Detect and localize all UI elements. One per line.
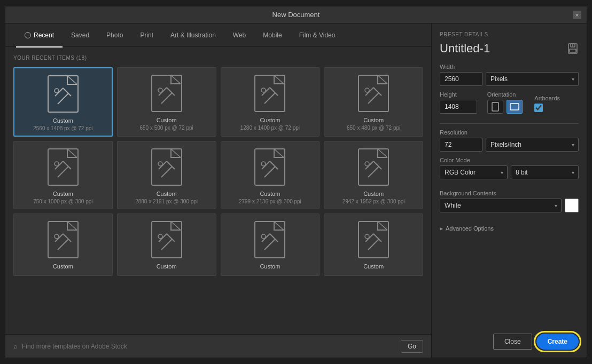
create-button[interactable]: Create xyxy=(536,334,579,350)
list-item[interactable]: Custom 2560 x 1408 px @ 72 ppi xyxy=(13,67,113,137)
divider xyxy=(440,123,579,124)
svg-point-49 xyxy=(158,234,162,239)
svg-line-46 xyxy=(159,234,167,242)
list-item[interactable]: Custom 2799 x 2136 px @ 300 ppi xyxy=(221,141,320,209)
doc-name: Custom xyxy=(260,263,280,270)
list-item[interactable]: Custom xyxy=(221,213,320,276)
bg-contents-select[interactable]: White Black Transparent Background Color xyxy=(440,199,562,212)
doc-name: Custom xyxy=(363,191,384,197)
tab-recent[interactable]: Recent xyxy=(16,27,63,43)
resolution-unit-select[interactable]: Pixels/Inch Pixels/Centimeter xyxy=(486,138,579,152)
bg-color-swatch[interactable] xyxy=(565,199,579,212)
svg-point-4 xyxy=(54,89,59,93)
document-icon xyxy=(47,75,79,113)
doc-size: 2942 x 1952 px @ 300 ppi xyxy=(342,199,405,204)
list-item[interactable]: Custom 650 x 500 px @ 72 ppi xyxy=(117,67,216,137)
svg-rect-64 xyxy=(492,102,498,111)
svg-line-36 xyxy=(365,161,373,169)
document-icon xyxy=(357,74,390,113)
svg-line-26 xyxy=(159,161,167,169)
doc-name: Custom xyxy=(363,263,384,270)
document-icon xyxy=(47,148,79,186)
document-icon xyxy=(254,220,286,259)
save-preset-icon[interactable] xyxy=(567,43,579,54)
svg-line-41 xyxy=(55,234,63,242)
doc-name: Custom xyxy=(157,117,177,123)
svg-rect-65 xyxy=(510,104,519,110)
list-item[interactable]: Custom 2888 x 2191 px @ 300 ppi xyxy=(117,141,216,209)
tab-saved[interactable]: Saved xyxy=(63,27,98,43)
list-item[interactable]: Custom 2942 x 1952 px @ 300 ppi xyxy=(324,141,423,209)
landscape-button[interactable] xyxy=(507,100,523,114)
tab-print[interactable]: Print xyxy=(131,27,162,43)
tab-bar: Recent Saved Photo Print Art & Illustrat… xyxy=(5,23,431,47)
search-input[interactable] xyxy=(22,343,396,350)
tab-mobile[interactable]: Mobile xyxy=(254,27,290,43)
tab-art[interactable]: Art & Illustration xyxy=(162,27,224,43)
color-depth-select[interactable]: 8 bit 16 bit 32 bit xyxy=(511,165,579,179)
list-item[interactable]: Custom 1280 x 1400 px @ 72 ppi xyxy=(221,67,320,137)
svg-line-18 xyxy=(368,93,379,104)
width-unit-select[interactable]: Pixels Inches Centimeters xyxy=(486,72,579,86)
color-mode-label: Color Mode xyxy=(440,157,579,163)
preset-section-label: PRESET DETAILS xyxy=(440,31,579,37)
tab-film[interactable]: Film & Video xyxy=(291,27,344,43)
document-icon xyxy=(47,220,79,259)
advanced-options-label: Advanced Options xyxy=(446,225,494,232)
svg-line-53 xyxy=(264,239,275,250)
go-button[interactable]: Go xyxy=(401,340,423,353)
svg-point-9 xyxy=(158,88,162,92)
dialog-title: New Document xyxy=(272,11,320,19)
svg-line-38 xyxy=(368,167,379,177)
resolution-field-group: Resolution Pixels/Inch Pixels/Centimeter xyxy=(440,129,579,152)
doc-name: Custom xyxy=(363,117,384,123)
doc-name: Custom xyxy=(157,191,177,197)
artboards-label: Artboards xyxy=(534,95,579,101)
recent-items-grid: Custom 2560 x 1408 px @ 72 ppi xyxy=(13,67,423,276)
main-content: Recent Saved Photo Print Art & Illustrat… xyxy=(5,23,587,358)
svg-point-29 xyxy=(158,162,162,166)
close-dialog-button[interactable]: Close xyxy=(493,334,532,350)
advanced-options-toggle[interactable]: Advanced Options xyxy=(440,225,579,232)
color-depth-select-wrap: 8 bit 16 bit 32 bit xyxy=(511,165,579,179)
portrait-button[interactable] xyxy=(487,100,503,114)
svg-point-19 xyxy=(365,88,369,92)
height-input[interactable] xyxy=(440,100,477,114)
tab-photo[interactable]: Photo xyxy=(98,27,131,43)
list-item[interactable]: Custom xyxy=(324,213,423,276)
bottom-buttons: Close Create xyxy=(493,334,579,350)
svg-line-3 xyxy=(58,93,68,104)
document-icon xyxy=(151,74,183,113)
doc-name: Custom xyxy=(53,191,73,197)
list-item[interactable]: Custom 750 x 1000 px @ 300 ppi xyxy=(13,141,113,209)
height-field: Height xyxy=(440,91,484,114)
tab-web[interactable]: Web xyxy=(224,27,254,43)
bg-contents-field-group: Background Contents White Black Transpar… xyxy=(440,190,579,218)
color-mode-select-wrap: RGB Color CMYK Color Grayscale xyxy=(440,165,508,179)
recent-section-label: YOUR RECENT ITEMS (18) xyxy=(13,55,423,61)
document-icon xyxy=(151,148,183,186)
new-document-dialog: New Document × Recent Saved Photo Print xyxy=(5,6,587,358)
bg-contents-label: Background Contents xyxy=(440,190,579,196)
doc-size: 2560 x 1408 px @ 72 ppi xyxy=(33,125,92,131)
svg-line-23 xyxy=(58,167,68,177)
list-item[interactable]: Custom xyxy=(117,213,216,276)
document-icon xyxy=(254,148,286,186)
list-item[interactable]: Custom xyxy=(13,213,113,276)
resolution-input[interactable] xyxy=(440,138,482,152)
svg-point-54 xyxy=(261,234,266,239)
svg-line-28 xyxy=(161,167,172,177)
document-icon xyxy=(151,220,183,259)
resolution-unit-select-wrap: Pixels/Inch Pixels/Centimeter xyxy=(486,138,579,152)
window-close-button[interactable]: × xyxy=(573,11,581,19)
svg-point-59 xyxy=(365,234,369,239)
artboards-checkbox[interactable] xyxy=(534,104,543,112)
doc-size: 650 x 500 px @ 72 ppi xyxy=(140,125,193,131)
preset-title-row: Untitled-1 xyxy=(440,42,579,56)
height-label: Height xyxy=(440,91,484,98)
width-input[interactable] xyxy=(440,72,482,86)
search-bar: ⌕ Go xyxy=(5,334,431,358)
svg-line-56 xyxy=(365,234,373,242)
list-item[interactable]: Custom 650 x 480 px @ 72 ppi xyxy=(324,67,423,137)
color-mode-select[interactable]: RGB Color CMYK Color Grayscale xyxy=(440,165,508,179)
